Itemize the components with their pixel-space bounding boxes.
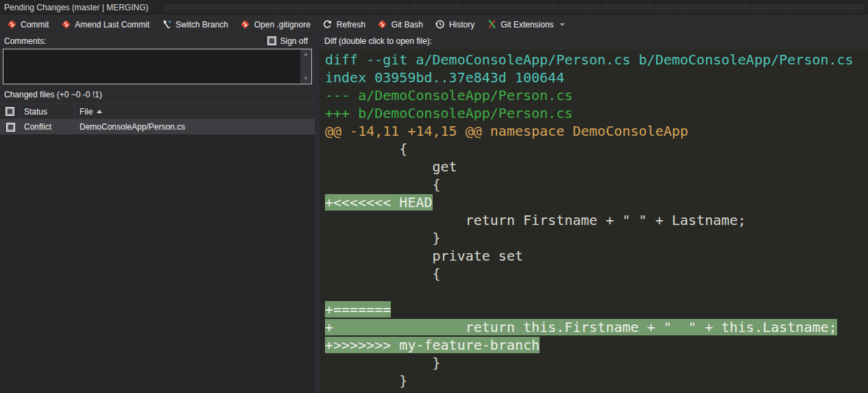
column-header-status[interactable]: Status xyxy=(21,104,75,119)
toolbar-button-amend-last-commit[interactable]: Amend Last Commit xyxy=(60,19,149,30)
diff-line: +<<<<<<< HEAD xyxy=(325,193,868,211)
toolbar-button-git-bash[interactable]: Git Bash xyxy=(377,19,423,30)
toolbar-button-open-gitignore[interactable]: Open .gitignore xyxy=(240,19,311,30)
changed-files-header: Changed files (+0 ~0 -0 !1) xyxy=(0,84,315,104)
diff-header-label: Diff (double click to open file): xyxy=(324,36,432,46)
file-status-cell: Conflict xyxy=(21,119,75,134)
toolbar-button-git-extensions[interactable]: Git Extensions xyxy=(486,19,564,30)
diff-line: index 03959bd..37e843d 100644 xyxy=(325,69,868,86)
scroll-up-icon[interactable]: ▲ xyxy=(300,49,311,59)
toolbar-button-commit[interactable]: Commit xyxy=(6,19,49,30)
file-row-checkbox-cell xyxy=(0,119,21,134)
select-all-checkbox[interactable] xyxy=(5,107,14,116)
toolbar: CommitAmend Last CommitSwitch BranchOpen… xyxy=(0,15,868,33)
diff-line: return Firstname + " " + Lastname; xyxy=(325,211,868,229)
diff-line: { xyxy=(325,176,868,193)
toolbar-button-label: Git Bash xyxy=(391,20,423,29)
refresh-icon xyxy=(322,19,333,30)
diff-line: diff --git a/DemoConsoleApp/Person.cs b/… xyxy=(325,51,868,69)
scroll-down-icon[interactable]: ▼ xyxy=(300,74,311,84)
diff-line: get xyxy=(325,158,868,176)
toolbar-button-label: Commit xyxy=(21,20,49,29)
window-title-bar[interactable]: Pending Changes (master | MERGING) xyxy=(0,0,868,15)
history-clock-icon xyxy=(435,19,446,30)
diff-line: + return this.Firstname + " " + this.Las… xyxy=(325,318,868,336)
toolbar-button-label: Open .gitignore xyxy=(254,20,311,29)
comments-header: Comments: Sign off xyxy=(0,33,315,49)
comment-scrollbar[interactable]: ▲ ▼ xyxy=(300,49,311,84)
diff-line: @@ -14,11 +14,15 @@ namespace DemoConsol… xyxy=(325,122,868,140)
sign-off-control: Sign off xyxy=(267,36,308,46)
switch-branch-icon xyxy=(161,19,172,30)
files-rows: ConflictDemoConsoleApp/Person.cs xyxy=(0,119,315,134)
git-diamond-icon xyxy=(240,19,251,30)
column-header-file[interactable]: File xyxy=(75,107,315,117)
select-all-cell xyxy=(0,104,21,119)
file-path-cell: DemoConsoleApp/Person.cs xyxy=(75,122,315,132)
files-list-empty-area xyxy=(0,134,315,393)
diff-header: Diff (double click to open file): xyxy=(320,33,868,49)
toolbar-button-refresh[interactable]: Refresh xyxy=(322,19,365,30)
window-title: Pending Changes (master | MERGING) xyxy=(4,3,149,12)
diff-line: { xyxy=(325,140,868,158)
titlebar-drag-texture xyxy=(165,4,864,11)
file-row-checkbox[interactable] xyxy=(6,123,15,132)
diff-line: { xyxy=(325,265,868,283)
git-diamond-icon xyxy=(377,19,388,30)
diff-line: } xyxy=(325,372,868,390)
column-header-file-label: File xyxy=(80,107,93,117)
changed-files-table: Status File ConflictDemoConsoleApp/Perso… xyxy=(0,104,315,134)
sort-ascending-icon xyxy=(97,110,102,113)
comments-label: Comments: xyxy=(4,36,46,46)
diff-line: --- a/DemoConsoleApp/Person.cs xyxy=(325,86,868,104)
sign-off-label: Sign off xyxy=(280,36,308,46)
toolbar-button-label: History xyxy=(449,20,474,29)
toolbar-button-label: Refresh xyxy=(337,20,365,29)
toolbar-button-history[interactable]: History xyxy=(435,19,474,30)
diff-line: +++ b/DemoConsoleApp/Person.cs xyxy=(325,104,868,122)
pending-changes-pane: Comments: Sign off ▲ ▼ Changed files (+0… xyxy=(0,33,315,393)
diff-line: } xyxy=(325,354,868,372)
pending-changes-window: Pending Changes (master | MERGING) Commi… xyxy=(0,0,868,393)
diff-viewer[interactable]: diff --git a/DemoConsoleApp/Person.cs b/… xyxy=(320,49,868,393)
diff-line: } xyxy=(325,229,868,247)
diff-pane: Diff (double click to open file): diff -… xyxy=(320,33,868,393)
git-diamond-icon xyxy=(60,19,71,30)
file-row[interactable]: ConflictDemoConsoleApp/Person.cs xyxy=(0,119,315,134)
diff-line: +>>>>>>> my-feature-branch xyxy=(325,336,868,354)
main-area: Comments: Sign off ▲ ▼ Changed files (+0… xyxy=(0,33,868,393)
toolbar-button-label: Git Extensions xyxy=(501,20,553,29)
diff-line: +======= xyxy=(325,300,868,318)
files-table-header: Status File xyxy=(0,104,315,119)
comment-box: ▲ ▼ xyxy=(3,49,312,84)
sign-off-checkbox[interactable] xyxy=(267,36,276,45)
toolbar-button-label: Switch Branch xyxy=(176,20,228,29)
git-diamond-icon xyxy=(6,19,17,30)
comments-textarea[interactable] xyxy=(3,49,300,84)
pane-splitter[interactable] xyxy=(315,33,320,393)
toolbar-button-switch-branch[interactable]: Switch Branch xyxy=(161,19,228,30)
toolbar-button-label: Amend Last Commit xyxy=(75,20,149,29)
chevron-down-icon xyxy=(559,23,565,26)
diff-line xyxy=(325,283,868,300)
changed-files-label: Changed files (+0 ~0 -0 !1) xyxy=(4,90,102,99)
git-extensions-icon xyxy=(486,19,497,30)
diff-line: private set xyxy=(325,247,868,265)
